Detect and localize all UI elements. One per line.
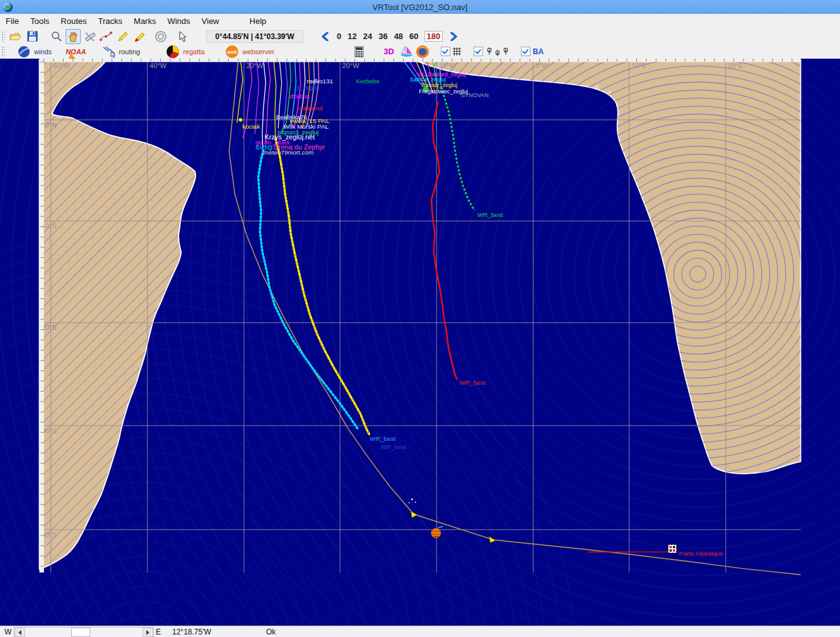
window-title: VRTool [VG2012_SO.nav]: [0, 3, 840, 12]
boat-position-marker[interactable]: [431, 526, 443, 538]
winds-globe-icon: [18, 45, 30, 58]
edit-tool-button[interactable]: [131, 29, 146, 44]
route-waypoint-dot: [239, 118, 242, 121]
track-label-wrbest-navy: WR_best: [380, 443, 406, 450]
menu-winds[interactable]: Winds: [161, 15, 195, 28]
scrollbar-thumb[interactable]: [71, 628, 90, 637]
destination-label: Porte Atlantique: [679, 550, 724, 557]
status-longitude: 12°18.75'W: [172, 628, 211, 636]
open-file-button[interactable]: [8, 29, 23, 44]
regatta-icon: [166, 45, 180, 59]
menu-view[interactable]: View: [196, 15, 225, 28]
noaa-button[interactable]: NOAA: [66, 48, 86, 56]
magnifier-icon: [51, 31, 62, 42]
firefox-button[interactable]: [415, 44, 430, 59]
track-label-kerbebe: Kerbebe: [356, 78, 380, 85]
menu-marks[interactable]: Marks: [128, 15, 161, 28]
boat-button[interactable]: [399, 44, 414, 59]
top-ruler: [44, 59, 801, 62]
lon-label: 0°W: [535, 62, 549, 69]
regatta-button[interactable]: [165, 44, 180, 59]
triangle-right-icon: [146, 630, 149, 635]
ba-label[interactable]: BA: [533, 47, 544, 56]
menu-file[interactable]: File: [0, 15, 25, 28]
routing-icon: [102, 45, 116, 58]
measure-tool-button[interactable]: [82, 29, 97, 44]
floppy-icon: [27, 31, 38, 42]
winds-button[interactable]: [16, 44, 32, 59]
ba-toggle-checkbox[interactable]: [521, 47, 530, 56]
marks-toggle-checkbox[interactable]: [474, 47, 483, 56]
time-value-input[interactable]: 180: [424, 31, 443, 42]
plugin-toolbar: winds NOAA routing regatta web webserver…: [0, 44, 840, 59]
pan-tool-button[interactable]: [66, 29, 81, 44]
webserver-button[interactable]: web: [225, 44, 240, 59]
menu-help[interactable]: Help: [244, 15, 272, 28]
track-green[interactable]: [441, 87, 475, 210]
webserver-label[interactable]: webserver: [242, 48, 274, 56]
target-tool-button[interactable]: [153, 29, 168, 44]
time-step-48[interactable]: 48: [394, 32, 403, 41]
lon-label: 30°W: [247, 62, 264, 69]
toolbar-grip[interactable]: [1, 31, 5, 42]
track-label-dzidzia: dzidzia: [289, 93, 309, 100]
time-step-60[interactable]: 60: [409, 32, 418, 41]
time-forward-button[interactable]: [449, 32, 458, 41]
island-dot: [609, 91, 611, 94]
scroll-right-button[interactable]: [143, 628, 153, 637]
debris-dots: [409, 498, 416, 503]
south-america-landmass: [39, 60, 195, 569]
winds-label[interactable]: winds: [34, 48, 52, 56]
track-label-wrbest-green: WR_best: [477, 211, 503, 218]
noaa-label: NOAA: [66, 48, 86, 56]
menu-bar: File Tools Routes Tracks Marks Winds Vie…: [0, 14, 840, 28]
destination-marker[interactable]: [668, 544, 677, 553]
status-bar: W E 12°18.75'W Ok: [0, 626, 840, 637]
lon-label: 10°W: [439, 62, 456, 69]
island-dot: [595, 86, 598, 89]
track-label-tomidz: Tomidz_zegluj: [421, 82, 457, 88]
coordinate-display: 0°44.85'N | 41°03.39'W: [206, 30, 303, 43]
time-step-0[interactable]: 0: [337, 32, 341, 41]
status-east-label: E: [156, 628, 161, 636]
map-canvas[interactable]: 50°W 40°W 30°W 20°W 10°W 0°W 10°E 20°E 0…: [0, 59, 840, 626]
regatta-label[interactable]: regatta: [183, 48, 204, 56]
lon-label: 40°W: [149, 62, 166, 69]
hand-icon: [67, 31, 79, 42]
status-west-label: W: [4, 628, 11, 636]
grid-toggle-checkbox[interactable]: [441, 47, 450, 56]
track-label-jl-zegluj: jl_zegluj: [296, 84, 319, 91]
menu-routes[interactable]: Routes: [55, 15, 92, 28]
time-step-12[interactable]: 12: [347, 32, 356, 41]
web-icon-text: web: [228, 49, 238, 55]
save-button[interactable]: [25, 29, 40, 44]
time-step-24[interactable]: 24: [363, 32, 372, 41]
lon-label: 10°E: [631, 62, 646, 69]
track-label-alixfriend: Alixfriend: [296, 105, 322, 112]
menu-tracks[interactable]: Tracks: [93, 15, 129, 28]
route-points-icon: [100, 31, 112, 42]
toolbar2-grip[interactable]: [1, 46, 5, 57]
draw-tool-button[interactable]: [115, 29, 130, 44]
track-label-synovan: SYNOVAN: [461, 92, 489, 98]
routing-button[interactable]: [102, 44, 117, 59]
calculator-button[interactable]: [351, 44, 366, 59]
time-back-button[interactable]: [321, 32, 330, 41]
map-svg: 50°W 40°W 30°W 20°W 10°W 0°W 10°E 20°E 0…: [0, 59, 840, 626]
track-label-wrbest-red: WR_best: [460, 379, 486, 386]
map-horizontal-scrollbar[interactable]: [14, 627, 154, 637]
routing-label[interactable]: routing: [119, 48, 141, 56]
vrtool-window: { "window": { "title": "VRTool [VG2012_S…: [0, 0, 840, 637]
scroll-left-button[interactable]: [15, 628, 25, 637]
track-yellow[interactable]: [276, 138, 370, 435]
select-tool-button[interactable]: [175, 29, 190, 44]
route-tool-button[interactable]: [98, 29, 114, 44]
title-bar[interactable]: VRTool [VG2012_SO.nav]: [0, 0, 840, 14]
menu-tools[interactable]: Tools: [25, 15, 55, 28]
3d-button[interactable]: 3D: [383, 47, 394, 56]
web-icon: web: [225, 45, 239, 59]
cursor-arrow-icon: [178, 31, 187, 42]
zoom-tool-button[interactable]: [49, 29, 64, 44]
time-step-36[interactable]: 36: [378, 32, 387, 41]
track-label-kociak: kociak: [242, 123, 260, 130]
